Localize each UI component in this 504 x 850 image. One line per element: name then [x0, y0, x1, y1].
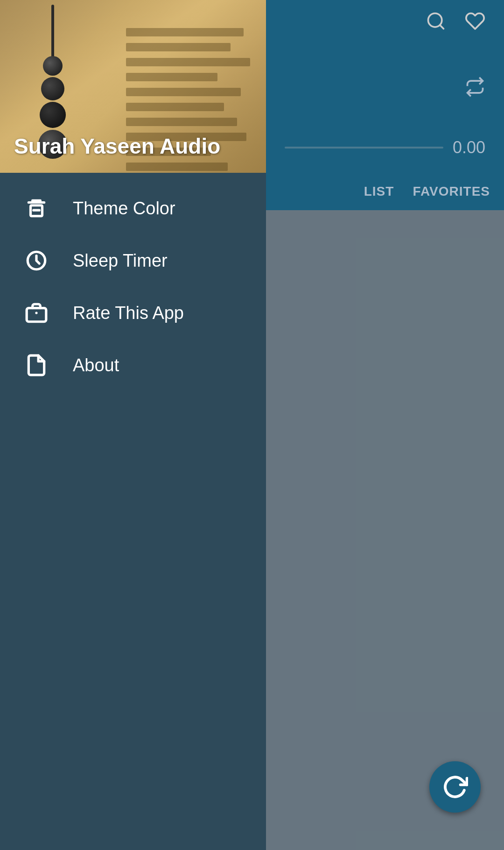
tab-list[interactable]: LIST	[364, 179, 394, 204]
heart-icon[interactable]	[465, 11, 485, 36]
menu-list: Theme Color Sleep Timer Rate This App	[0, 173, 266, 401]
rosary-bead	[43, 56, 63, 76]
clock-icon	[23, 248, 49, 274]
theme-color-label: Theme Color	[73, 198, 175, 219]
sidebar-drawer: Surah Yaseen Audio Theme Color	[0, 0, 266, 850]
sidebar-header-image: Surah Yaseen Audio	[0, 0, 266, 173]
right-overlay	[266, 210, 504, 850]
document-icon	[23, 352, 49, 378]
player-area: 0.00	[266, 47, 504, 187]
menu-item-rate-app[interactable]: Rate This App	[0, 287, 266, 339]
sidebar-app-title: Surah Yaseen Audio	[14, 134, 220, 159]
tabs-bar: LIST FAVORITES	[266, 173, 504, 210]
rosary-chain	[51, 5, 54, 61]
rate-app-label: Rate This App	[73, 303, 184, 323]
search-icon[interactable]	[426, 11, 446, 36]
menu-item-about[interactable]: About	[0, 339, 266, 391]
about-label: About	[73, 355, 119, 375]
fab-refresh-button[interactable]	[429, 761, 481, 813]
svg-line-1	[440, 25, 444, 29]
svg-rect-5	[27, 308, 46, 322]
refresh-icon	[442, 774, 468, 800]
briefcase-icon	[23, 300, 49, 326]
progress-bar[interactable]	[285, 147, 443, 149]
progress-area: 0.00	[285, 138, 485, 157]
menu-item-sleep-timer[interactable]: Sleep Timer	[0, 234, 266, 287]
progress-time: 0.00	[453, 138, 485, 157]
menu-item-theme-color[interactable]: Theme Color	[0, 182, 266, 234]
sleep-timer-label: Sleep Timer	[73, 251, 168, 271]
tab-favorites[interactable]: FAVORITES	[413, 179, 490, 204]
player-controls	[465, 77, 485, 97]
theme-icon	[23, 195, 49, 221]
